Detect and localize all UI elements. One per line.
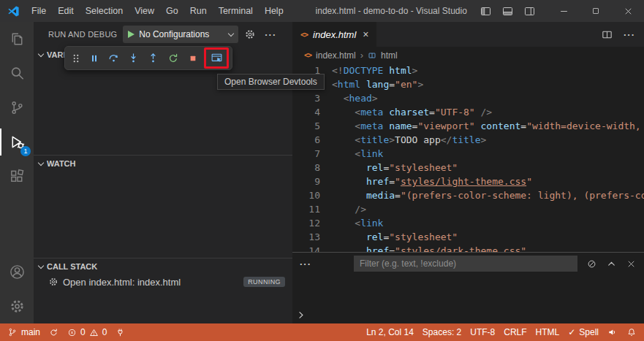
notifications-item[interactable] <box>622 323 641 341</box>
problems-indicator[interactable]: 0 0 <box>63 323 111 341</box>
menu-item-run[interactable]: Run <box>184 0 213 22</box>
menu-item-selection[interactable]: Selection <box>80 0 129 22</box>
accounts-button[interactable] <box>0 255 34 289</box>
start-debug-icon[interactable] <box>128 31 135 38</box>
code-line[interactable]: 1<!DOCTYPE html> <box>292 64 644 77</box>
encoding-indicator[interactable]: UTF-8 <box>466 323 499 341</box>
code-line[interactable]: 2<html lang="en"> <box>292 77 644 91</box>
plug-icon <box>115 328 125 337</box>
close-tab-icon[interactable]: × <box>363 28 368 40</box>
open-browser-devtools-tooltip: Open Browser Devtools <box>217 74 325 90</box>
debug-settings-gear-icon[interactable] <box>241 26 259 43</box>
editor-more-actions-icon[interactable]: ··· <box>624 29 635 40</box>
code-token <box>332 176 366 187</box>
line-number[interactable]: 10 <box>292 188 320 202</box>
code-text: <head> <box>320 91 378 105</box>
menu-item-go[interactable]: Go <box>160 0 184 22</box>
code-line[interactable]: 7 <link <box>292 147 644 161</box>
line-number[interactable]: 11 <box>292 202 320 216</box>
menu-item-edit[interactable]: Edit <box>52 0 80 22</box>
code-token: href <box>366 176 389 187</box>
line-number[interactable]: 6 <box>292 133 320 147</box>
sync-changes-button[interactable] <box>45 323 63 341</box>
line-number[interactable]: 9 <box>292 175 320 188</box>
eol-indicator[interactable]: CRLF <box>499 323 531 341</box>
toggle-sidebar-icon[interactable] <box>480 5 492 18</box>
line-number[interactable]: 7 <box>292 147 320 161</box>
step-out-button[interactable] <box>143 48 163 68</box>
pause-button[interactable] <box>84 48 104 68</box>
watch-section-header[interactable]: WATCH <box>34 155 292 171</box>
tab-index-html[interactable]: <> index.html × <box>292 22 376 47</box>
call-stack-session-row[interactable]: Open index.html: index.html RUNNING <box>34 274 292 290</box>
line-number[interactable]: 5 <box>292 119 320 133</box>
sidebar-item-search[interactable] <box>0 56 34 91</box>
split-editor-icon[interactable] <box>601 28 613 41</box>
code-line[interactable]: 8 rel="stylesheet" <box>292 161 644 175</box>
code-line[interactable]: 9 href="styles/light-theme.css" <box>292 175 644 188</box>
step-over-button[interactable] <box>104 48 124 68</box>
line-number[interactable]: 13 <box>292 230 320 244</box>
line-number[interactable]: 4 <box>292 105 320 119</box>
toggle-secondary-sidebar-icon[interactable] <box>523 5 536 18</box>
tab-label: index.html <box>313 29 356 40</box>
code-line[interactable]: 13 rel="stylesheet" <box>292 230 644 244</box>
toggle-panel-icon[interactable] <box>501 5 514 18</box>
breadcrumb-symbol[interactable]: html <box>381 50 398 61</box>
sidebar-item-explorer[interactable] <box>0 22 34 56</box>
open-browser-devtools-button[interactable] <box>204 47 229 69</box>
call-stack-section-header[interactable]: CALL STACK <box>34 258 292 274</box>
activity-bar: 1 <box>0 22 34 323</box>
language-mode[interactable]: HTML <box>531 323 564 341</box>
code-line[interactable]: 10 media="(prefers-color-scheme: light),… <box>292 188 644 202</box>
code-token: < <box>355 218 360 229</box>
code-token: = <box>395 190 401 201</box>
close-panel-icon[interactable] <box>626 258 637 269</box>
line-number[interactable]: 8 <box>292 161 320 175</box>
code-text: <title>TODO app</title> <box>320 133 486 147</box>
line-number[interactable]: 12 <box>292 216 320 230</box>
indentation-indicator[interactable]: Spaces: 2 <box>418 323 466 341</box>
line-number[interactable]: 3 <box>292 91 320 105</box>
maximize-button[interactable] <box>580 0 612 22</box>
code-token: > <box>372 93 378 104</box>
step-into-button[interactable] <box>124 48 143 68</box>
breadcrumb-file[interactable]: index.html <box>316 50 356 61</box>
launch-configuration-dropdown[interactable]: No Configurations <box>123 26 238 43</box>
code-token <box>332 218 355 229</box>
code-token: content <box>481 120 521 131</box>
console-filter-input[interactable] <box>354 256 577 272</box>
menu-item-file[interactable]: File <box>26 0 52 22</box>
menu-item-terminal[interactable]: Terminal <box>213 0 259 22</box>
minimize-button[interactable] <box>548 0 580 22</box>
code-line[interactable]: 3 <head> <box>292 91 644 105</box>
menu-item-help[interactable]: Help <box>259 0 289 22</box>
settings-button[interactable] <box>0 289 34 323</box>
menu-item-view[interactable]: View <box>129 0 160 22</box>
code-line[interactable]: 6 <title>TODO app</title> <box>292 133 644 147</box>
sidebar-item-source-control[interactable] <box>0 91 34 125</box>
code-line[interactable]: 4 <meta charset="UTF-8" /> <box>292 105 644 119</box>
sidebar-item-run-and-debug[interactable]: 1 <box>0 125 34 159</box>
code-token: < <box>355 134 360 145</box>
debug-console-input[interactable] <box>296 310 306 320</box>
stop-button[interactable] <box>183 48 202 68</box>
code-line[interactable]: 11 /> <box>292 202 644 216</box>
panel-tabs-more-icon[interactable]: ··· <box>300 258 311 269</box>
sidebar-item-extensions[interactable] <box>0 159 34 194</box>
code-line[interactable]: 5 <meta name="viewport" content="width=d… <box>292 119 644 133</box>
spell-checker-status[interactable]: ✓ Spell <box>564 323 603 341</box>
code-token: = <box>389 79 395 90</box>
debug-status-item[interactable] <box>111 323 129 341</box>
drag-handle-icon[interactable] <box>68 48 84 68</box>
restart-button[interactable] <box>163 48 183 68</box>
cursor-position[interactable]: Ln 2, Col 14 <box>362 323 418 341</box>
clear-console-icon[interactable] <box>586 258 597 269</box>
close-window-button[interactable] <box>612 0 644 22</box>
error-count: 0 <box>80 327 86 337</box>
branch-indicator[interactable]: main <box>3 323 45 341</box>
sidebar-more-actions-icon[interactable]: ··· <box>262 26 279 43</box>
code-line[interactable]: 12 <link <box>292 216 644 230</box>
announcement-item[interactable] <box>603 323 622 341</box>
maximize-panel-icon[interactable] <box>606 258 617 269</box>
